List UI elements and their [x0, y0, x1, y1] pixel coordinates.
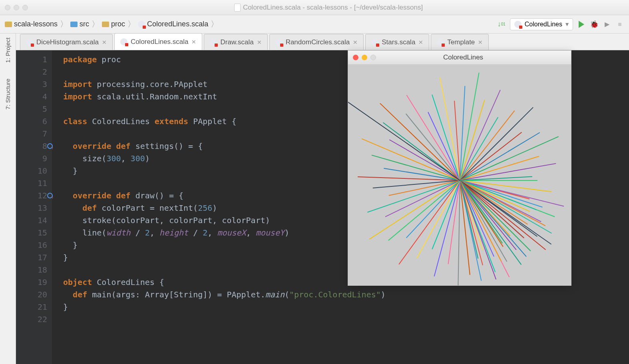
breadcrumb-label: ColoredLines.scala	[147, 20, 208, 28]
close-tab-icon[interactable]: ✕	[191, 39, 196, 45]
tab-label: Stars.scala	[382, 38, 415, 46]
tab-label: Template	[447, 38, 475, 46]
scala-icon	[514, 21, 522, 28]
folder-icon	[5, 22, 12, 27]
maximize-icon[interactable]	[370, 55, 376, 60]
close-tab-icon[interactable]: ✕	[418, 39, 423, 46]
override-marker-icon[interactable]	[47, 193, 53, 198]
canvas-line	[362, 138, 460, 181]
breadcrumb-label: src	[80, 20, 89, 28]
preview-title: ColoredLines	[379, 53, 571, 61]
editor-tab[interactable]: Stars.scala✕	[365, 34, 429, 50]
window-title: ColoredLines.scala - scala-lessons - [~/…	[28, 4, 629, 12]
editor-tab[interactable]: Draw.scala✕	[204, 34, 267, 50]
maximize-window-icon[interactable]	[22, 5, 28, 10]
canvas-line	[358, 176, 460, 181]
run-button[interactable]	[577, 20, 586, 29]
scala-icon	[26, 39, 33, 46]
toolbar-right: ↓01 ColoredLines ▾ 🐞 ▶ ■	[497, 18, 624, 30]
chevron-down-icon: ▾	[565, 20, 569, 28]
editor-tab[interactable]: ColoredLines.scala✕	[114, 33, 203, 50]
folder-icon	[70, 22, 78, 27]
sidebar-tab[interactable]: 7: Structure	[4, 79, 11, 110]
scala-icon	[437, 39, 444, 46]
build-icon[interactable]: ↓01	[497, 20, 506, 29]
tab-label: DiceHistogram.scala	[36, 38, 99, 46]
macos-traffic-lights	[5, 5, 28, 10]
breadcrumb-item[interactable]: src	[70, 20, 89, 28]
debug-button[interactable]: 🐞	[590, 20, 599, 29]
breadcrumb: scala-lessons〉src〉proc〉ColoredLines.scal…	[5, 19, 219, 30]
chevron-right-icon: 〉	[211, 19, 219, 30]
tab-label: Draw.scala	[220, 38, 253, 46]
scala-icon	[120, 38, 127, 46]
preview-canvas[interactable]	[348, 64, 571, 285]
scala-icon	[371, 39, 378, 46]
tab-label: RandomCircles.scala	[286, 38, 350, 46]
breadcrumb-item[interactable]: scala-lessons	[5, 20, 58, 28]
editor-tab[interactable]: RandomCircles.scala✕	[269, 34, 364, 50]
scala-icon	[138, 21, 145, 28]
override-marker-icon[interactable]	[47, 143, 53, 149]
preview-titlebar: ColoredLines	[348, 51, 571, 64]
run-config-dropdown[interactable]: ColoredLines ▾	[510, 18, 573, 30]
window-title-text: ColoredLines.scala - scala-lessons - [~/…	[243, 4, 423, 12]
play-icon	[579, 21, 584, 28]
scala-icon	[275, 39, 283, 46]
chevron-right-icon: 〉	[60, 19, 68, 30]
close-window-icon[interactable]	[5, 5, 10, 10]
canvas-line	[398, 180, 460, 265]
breadcrumb-item[interactable]: ColoredLines.scala	[138, 20, 208, 28]
breadcrumb-label: scala-lessons	[14, 20, 58, 28]
editor-tab[interactable]: Template✕	[431, 34, 489, 50]
chevron-right-icon: 〉	[127, 19, 135, 30]
file-icon	[234, 4, 241, 12]
sidebar-tab[interactable]: 1: Project	[4, 38, 11, 63]
close-icon[interactable]	[353, 55, 358, 60]
run-config-label: ColoredLines	[525, 21, 562, 28]
canvas-line	[367, 180, 460, 213]
minimize-icon[interactable]	[362, 55, 367, 60]
minimize-window-icon[interactable]	[14, 5, 19, 10]
canvas-line	[460, 110, 515, 180]
coverage-button[interactable]: ▶	[603, 20, 611, 29]
app-preview-window: ColoredLines	[348, 50, 571, 286]
breadcrumb-label: proc	[111, 20, 125, 28]
close-tab-icon[interactable]: ✕	[478, 39, 483, 46]
canvas-line	[460, 136, 559, 181]
tab-label: ColoredLines.scala	[131, 38, 189, 46]
canvas-line	[432, 180, 460, 249]
window-titlebar: ColoredLines.scala - scala-lessons - [~/…	[0, 0, 629, 15]
editor-tab-bar: DiceHistogram.scala✕ColoredLines.scala✕D…	[0, 34, 629, 50]
left-tool-sidebar: 1: Project7: Structure	[0, 34, 16, 364]
breadcrumb-item[interactable]: proc	[102, 20, 125, 28]
editor-tab[interactable]: DiceHistogram.scala✕	[20, 34, 113, 50]
close-tab-icon[interactable]: ✕	[257, 39, 262, 46]
main-toolbar: scala-lessons〉src〉proc〉ColoredLines.scal…	[0, 15, 629, 34]
close-tab-icon[interactable]: ✕	[353, 39, 358, 46]
folder-icon	[102, 22, 109, 27]
chevron-right-icon: 〉	[92, 19, 100, 30]
close-tab-icon[interactable]: ✕	[102, 39, 107, 46]
stop-button[interactable]: ■	[615, 20, 624, 29]
line-number-gutter: 1 2 3 4 5 6 7 8 9 10 11 12 13 14 15 16 1…	[16, 50, 52, 364]
scala-icon	[210, 39, 217, 46]
